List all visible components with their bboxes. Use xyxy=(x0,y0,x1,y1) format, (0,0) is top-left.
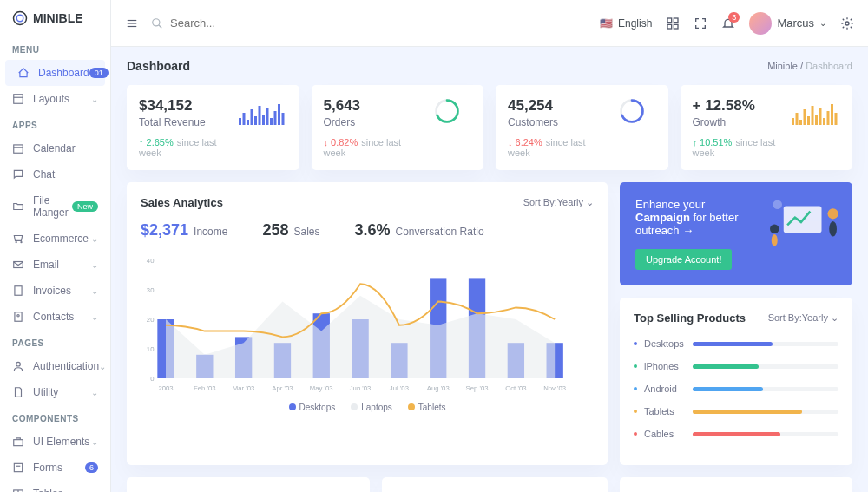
sidebar-item-forms[interactable]: Forms 6 xyxy=(0,455,110,481)
svg-point-93 xyxy=(770,225,779,234)
upgrade-account-button[interactable]: Upgrade Account! xyxy=(635,249,732,270)
stat-value: 5,643 xyxy=(324,97,424,115)
top-selling-item: Desktops xyxy=(634,338,838,349)
invoice-icon xyxy=(12,285,24,297)
svg-point-33 xyxy=(845,22,849,25)
sidebar-item-email[interactable]: Email ⌄ xyxy=(0,252,110,278)
svg-text:30: 30 xyxy=(147,286,155,294)
logo[interactable]: MINIBLE xyxy=(0,0,110,36)
sidebar-item-label: Email xyxy=(33,259,59,271)
promo-text: Enhance your Campaign for better outreac… xyxy=(635,198,756,237)
logo-icon xyxy=(12,10,28,26)
svg-line-28 xyxy=(159,24,162,28)
language-label: English xyxy=(618,17,652,30)
stat-card-0: $34,152 Total Revenue ↑ 2.65%since last … xyxy=(127,85,299,170)
nav-section-pages: PAGES xyxy=(0,330,110,353)
search-input[interactable] xyxy=(170,16,344,30)
svg-rect-55 xyxy=(812,106,814,125)
svg-rect-61 xyxy=(835,113,838,125)
svg-rect-45 xyxy=(281,113,284,125)
analytics-chart: 010203040 2003Feb '03Mar '03Apr '03May '… xyxy=(141,255,594,394)
svg-rect-30 xyxy=(674,18,679,23)
sidebar-item-calendar[interactable]: Calendar xyxy=(0,135,110,161)
language-selector[interactable]: 🇺🇸 English xyxy=(600,17,652,30)
svg-text:10: 10 xyxy=(147,345,155,353)
svg-point-92 xyxy=(829,221,837,237)
breadcrumb-leaf: Dashboard xyxy=(806,61,852,71)
sidebar-item-label: Contacts xyxy=(33,311,74,323)
svg-rect-2 xyxy=(14,95,23,104)
grid-button[interactable] xyxy=(666,16,680,30)
svg-point-91 xyxy=(828,208,838,219)
nav-section-menu: MENU xyxy=(0,36,110,60)
sidebar-item-uielements[interactable]: UI Elements ⌄ xyxy=(0,429,110,455)
svg-rect-40 xyxy=(262,115,265,125)
notifications-button[interactable]: 3 xyxy=(721,16,735,30)
svg-point-90 xyxy=(773,200,783,210)
sidebar-item-contacts[interactable]: Contacts ⌄ xyxy=(0,304,110,330)
legend-item: Tablets xyxy=(408,403,446,412)
svg-rect-41 xyxy=(266,108,268,125)
sidebar-item-label: UI Elements xyxy=(33,436,89,448)
topselling-sortby[interactable]: Sort By:Yearly ⌄ xyxy=(768,312,838,324)
metric-label: Income xyxy=(194,226,227,238)
user-name: Marcus xyxy=(777,16,814,30)
sidebar-item-layouts[interactable]: Layouts ⌄ xyxy=(0,86,110,112)
svg-rect-7 xyxy=(15,286,22,296)
top-selling-item: iPhones xyxy=(634,361,838,371)
svg-text:May '03: May '03 xyxy=(310,384,333,392)
top-selling-title: Top Selling Products xyxy=(634,312,746,325)
sidebar-item-dashboard[interactable]: Dashboard 01 xyxy=(5,60,105,86)
stat-card-1: 5,643 Orders ↓ 0.82%since last week xyxy=(312,85,484,170)
sidebar-item-label: Authentication xyxy=(33,360,99,372)
svg-text:Sep '03: Sep '03 xyxy=(466,384,490,392)
brand-text: MINIBLE xyxy=(33,11,83,25)
stat-change: ↑ 2.65%since last week xyxy=(139,137,239,158)
chevron-down-icon: ⌄ xyxy=(819,18,826,28)
chevron-down-icon: ⌄ xyxy=(91,234,98,244)
svg-point-10 xyxy=(16,362,21,366)
nav-section-apps: APPS xyxy=(0,112,110,135)
sidebar-item-filemanager[interactable]: File Manger New xyxy=(0,187,110,226)
sidebar-item-tables[interactable]: Tables ⌄ xyxy=(0,481,110,492)
forms-badge: 6 xyxy=(85,462,98,473)
svg-text:0: 0 xyxy=(150,375,155,383)
menu-toggle-button[interactable] xyxy=(125,17,139,30)
breadcrumb-root[interactable]: Minible xyxy=(767,61,798,71)
user-menu[interactable]: Marcus ⌄ xyxy=(749,12,826,35)
stat-value: 45,254 xyxy=(508,97,608,115)
folder-icon xyxy=(12,200,24,213)
top-selling-item: Android xyxy=(634,384,838,394)
metric-value: 3.6% xyxy=(355,221,391,239)
chevron-down-icon: ⌄ xyxy=(91,95,98,104)
sidebar-item-label: Dashboard xyxy=(38,67,89,79)
social-source-card: Social Source Monthly ⌄ Facebook - 125 s… xyxy=(620,477,852,492)
sidebar-item-authentication[interactable]: Authentication ⌄ xyxy=(0,353,110,379)
metric-label: Conversation Ratio xyxy=(396,226,484,238)
analytics-sortby[interactable]: Sort By:Yearly ⌄ xyxy=(523,197,594,208)
settings-button[interactable] xyxy=(840,16,854,30)
metric-value: $2,371 xyxy=(141,221,188,239)
fullscreen-button[interactable] xyxy=(694,16,707,30)
sidebar-item-chat[interactable]: Chat xyxy=(0,161,110,187)
stat-card-3: + 12.58% Growth ↑ 10.51%since last week xyxy=(681,85,853,170)
briefcase-icon xyxy=(12,436,24,448)
svg-rect-54 xyxy=(807,116,810,125)
promo-illustration xyxy=(767,191,845,252)
svg-rect-11 xyxy=(14,440,23,446)
stat-change: ↓ 0.82%since last week xyxy=(324,137,424,158)
contacts-icon xyxy=(12,311,24,323)
content: Dashboard Minible / Dashboard $34,152 To… xyxy=(111,47,868,492)
sidebar-item-ecommerce[interactable]: Ecommerce ⌄ xyxy=(0,226,110,252)
stat-change: ↑ 10.51%since last week xyxy=(693,137,792,158)
sidebar-item-invoices[interactable]: Invoices ⌄ xyxy=(0,278,110,304)
svg-rect-32 xyxy=(674,24,679,29)
stat-label: Orders xyxy=(324,116,424,128)
sidebar-item-utility[interactable]: Utility ⌄ xyxy=(0,379,110,405)
svg-rect-42 xyxy=(270,118,273,125)
svg-point-27 xyxy=(153,18,160,25)
svg-text:2003: 2003 xyxy=(158,384,174,392)
svg-text:Aug '03: Aug '03 xyxy=(427,384,450,392)
sidebar-item-label: Utility xyxy=(33,386,58,398)
chat-icon xyxy=(12,168,24,180)
